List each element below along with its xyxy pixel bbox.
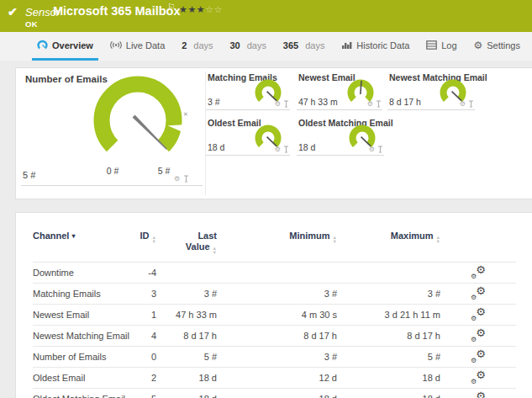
tab-overview[interactable]: Overview — [32, 32, 98, 61]
last-value: 8 d 17 h — [156, 326, 217, 347]
channel-settings-icon[interactable]: ⚙⚙ — [471, 329, 486, 342]
divider — [21, 185, 203, 186]
tab-2-days[interactable]: 2 days — [176, 32, 218, 61]
channel-settings-icon[interactable]: ⚙⚙ — [471, 392, 486, 398]
table-row: Number of Emails 0 5 # 3 # 5 # ⚙⚙ — [33, 347, 516, 368]
last-value: 47 h 33 m — [156, 305, 217, 326]
gauge-needle — [361, 81, 361, 94]
sort-arrows-icon: ▲▼ — [436, 236, 440, 243]
column-label: Maximum — [391, 231, 434, 241]
channel-settings-icon[interactable]: ⚙⚙ — [471, 371, 486, 384]
star-icon[interactable]: ★ — [187, 4, 196, 14]
gauge-gear-icon[interactable]: ⚙ — [275, 101, 281, 108]
maximum-value: 3 # — [337, 284, 440, 305]
channel-id: 5 — [138, 389, 156, 398]
tab-label: days — [193, 40, 213, 50]
ok-check-icon: ✔ — [8, 5, 18, 19]
minimum-value: 18 d — [217, 389, 337, 398]
tab-log[interactable]: Log — [421, 32, 461, 61]
channel-settings-icon[interactable]: ⚙⚙ — [471, 308, 486, 321]
column-header-id[interactable]: ID▲▼ — [138, 213, 156, 263]
channel-name: Newest Matching Email — [33, 326, 138, 347]
tab-label: Log — [441, 40, 456, 50]
sensor-tab-bar: Overview Live Data 2 days 30 days 365 da… — [0, 32, 532, 61]
tab-label: 365 — [283, 40, 298, 50]
column-label: Last — [198, 231, 217, 241]
star-icon[interactable]: ☆ — [214, 4, 223, 14]
tab-settings[interactable]: ⚙ Settings — [468, 32, 525, 61]
sort-caret-icon: ▾ — [71, 232, 75, 240]
small-gauge-panel: Matching Emails 3 # ⚙ — [206, 72, 290, 110]
tab-label: days — [247, 40, 266, 50]
maximum-value: 3 d 21 h 11 m — [337, 305, 440, 326]
column-header-settings — [440, 213, 516, 263]
column-header-maximum[interactable]: Maximum▲▼ — [337, 213, 440, 263]
gauge-scale-max-label: 5 # — [151, 166, 176, 176]
last-value: 3 # — [156, 284, 217, 305]
small-gauge-value: 18 d — [298, 142, 315, 152]
tab-365-days[interactable]: 365 days — [278, 32, 330, 61]
priority-rating: ★★★☆☆ — [179, 4, 223, 15]
gauge-gear-icon[interactable]: ⚙ — [367, 101, 373, 108]
minimum-value: 4 m 30 s — [217, 305, 337, 326]
column-label: Channel — [33, 231, 69, 241]
table-row: Newest Matching Email 4 8 d 17 h 8 d 17 … — [33, 326, 516, 347]
settings-gear-icon: ⚙ — [473, 40, 482, 50]
gauge-needle — [133, 115, 168, 151]
pin-icon[interactable] — [468, 100, 474, 108]
column-header-minimum[interactable]: Minimum▲▼ — [217, 213, 337, 263]
small-gauge-panel: Oldest Email 18 d ⚙ — [206, 117, 290, 156]
star-icon[interactable]: ★ — [197, 4, 205, 14]
channel-id: -4 — [138, 263, 156, 284]
log-list-icon — [426, 40, 437, 50]
table-row: Matching Emails 3 3 # 3 # 3 # ⚙⚙ — [33, 284, 516, 305]
channel-settings-icon[interactable]: ⚙⚙ — [471, 350, 486, 363]
pin-icon[interactable] — [376, 100, 382, 108]
tab-live-data[interactable]: Live Data — [105, 32, 170, 61]
channel-id: 4 — [138, 326, 156, 347]
tab-30-days[interactable]: 30 days — [224, 32, 271, 61]
pin-icon[interactable] — [377, 146, 383, 153]
column-header-channel[interactable]: Channel▾ — [33, 213, 138, 263]
small-gauge-value: 47 h 33 m — [298, 97, 338, 107]
sort-arrows-icon: ▲▼ — [213, 247, 217, 254]
small-gauge-value: 18 d — [208, 142, 224, 152]
star-icon[interactable]: ☆ — [205, 4, 213, 14]
small-gauge-value: 8 d 17 h — [389, 97, 421, 107]
main-gauge-panel: Number of Emails ✕ 0 # 5 # 5 # ⚙ — [16, 68, 206, 199]
last-value: 18 d — [156, 389, 217, 398]
live-data-broadcast-icon — [110, 40, 122, 50]
column-header-last-value[interactable]: Last Value▲▼ — [156, 213, 217, 263]
gauge-scale-min-label: 0 # — [100, 166, 125, 176]
tab-label: 30 — [229, 40, 240, 50]
minimum-value: 12 d — [217, 368, 337, 389]
pin-icon[interactable] — [283, 146, 289, 153]
channel-name: Newest Email — [33, 305, 138, 326]
sensor-title: Microsoft 365 Mailbox — [53, 4, 180, 18]
column-label: Value — [186, 241, 210, 252]
last-value: 5 # — [156, 347, 217, 368]
gauge-gear-icon[interactable]: ⚙ — [369, 146, 375, 153]
gauge-gear-icon[interactable]: ⚙ — [460, 101, 466, 108]
maximum-value: 18 d — [337, 389, 440, 398]
small-gauge-title: Oldest Matching Email — [298, 118, 393, 128]
gauge-gear-icon[interactable]: ⚙ — [275, 146, 281, 153]
main-gauge-value: 5 # — [23, 170, 35, 180]
channel-settings-icon[interactable]: ⚙⚙ — [471, 266, 486, 279]
channel-id: 3 — [138, 284, 156, 305]
sort-arrows-icon: ▲▼ — [333, 236, 337, 243]
channel-settings-icon[interactable]: ⚙⚙ — [471, 287, 486, 300]
column-label: Minimum — [289, 231, 329, 241]
tab-label: Settings — [487, 40, 520, 50]
small-gauge-panel: Newest Email 47 h 33 m ⚙ — [297, 72, 382, 110]
tab-historic-data[interactable]: Historic Data — [336, 32, 414, 61]
star-icon[interactable]: ★ — [179, 4, 187, 14]
priority-flag-icon[interactable]: ⚐ — [167, 2, 176, 13]
gauge-gear-icon[interactable]: ⚙ — [174, 176, 180, 183]
channel-id: 2 — [138, 368, 156, 389]
last-value: 18 d — [156, 368, 217, 389]
pin-icon[interactable] — [183, 175, 189, 183]
pin-icon[interactable] — [283, 100, 289, 108]
minimum-value: 3 # — [217, 284, 337, 305]
sort-arrows-icon: ▲▼ — [152, 236, 156, 243]
